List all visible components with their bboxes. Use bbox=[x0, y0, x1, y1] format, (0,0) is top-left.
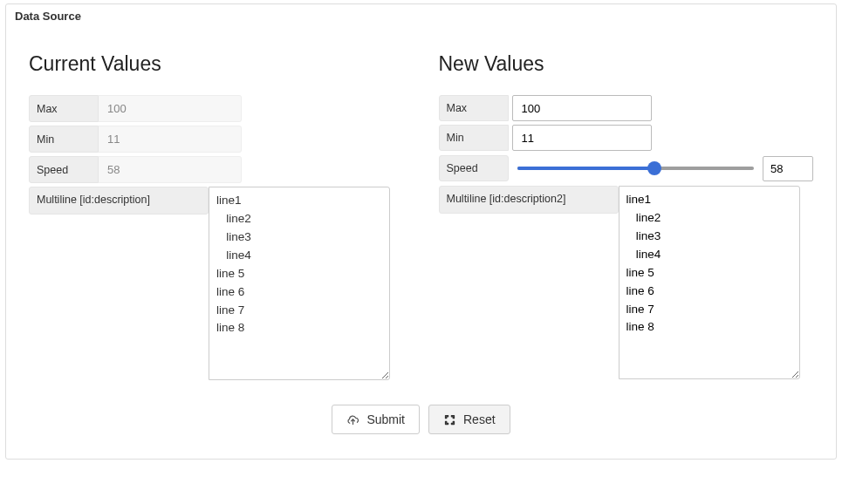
new-speed-value-input[interactable] bbox=[763, 156, 813, 181]
new-multiline-row: Multiline [id:description2] bbox=[439, 186, 814, 379]
current-multiline-textarea bbox=[209, 187, 390, 380]
new-speed-row: Speed bbox=[439, 154, 814, 182]
new-multiline-label: Multiline [id:description2] bbox=[439, 186, 619, 214]
new-multiline-textarea[interactable] bbox=[619, 186, 800, 379]
reset-button[interactable]: Reset bbox=[428, 405, 510, 434]
panel-title: Data Source bbox=[6, 4, 836, 31]
current-multiline-row: Multiline [id:description] bbox=[29, 187, 404, 380]
data-source-panel: Data Source Current Values Max 100 Min 1… bbox=[5, 3, 837, 460]
new-values-column: New Values Max Min Speed bbox=[439, 31, 814, 384]
new-speed-label: Speed bbox=[439, 155, 509, 181]
new-values-heading: New Values bbox=[439, 52, 814, 76]
slider-thumb[interactable] bbox=[647, 161, 661, 175]
new-max-label: Max bbox=[439, 95, 509, 121]
reset-button-label: Reset bbox=[463, 412, 496, 426]
current-min-row: Min 11 bbox=[29, 126, 404, 153]
current-min-value: 11 bbox=[99, 126, 242, 153]
upload-icon bbox=[346, 413, 359, 426]
current-max-label: Max bbox=[29, 95, 99, 122]
current-values-column: Current Values Max 100 Min 11 Speed 58 M… bbox=[29, 31, 404, 384]
current-speed-value: 58 bbox=[99, 156, 242, 183]
new-min-input[interactable] bbox=[512, 125, 652, 151]
new-min-row: Min bbox=[439, 125, 814, 151]
new-max-row: Max bbox=[439, 95, 814, 121]
current-multiline-label: Multiline [id:description] bbox=[29, 187, 209, 215]
new-min-label: Min bbox=[439, 125, 509, 151]
current-min-label: Min bbox=[29, 126, 99, 153]
submit-button[interactable]: Submit bbox=[332, 405, 420, 434]
new-speed-slider[interactable] bbox=[517, 154, 755, 182]
current-max-row: Max 100 bbox=[29, 95, 404, 122]
new-max-input[interactable] bbox=[512, 95, 652, 121]
reset-icon bbox=[443, 413, 456, 426]
button-row: Submit Reset bbox=[29, 405, 813, 434]
current-speed-row: Speed 58 bbox=[29, 156, 404, 183]
current-values-heading: Current Values bbox=[29, 52, 404, 76]
submit-button-label: Submit bbox=[366, 412, 405, 426]
current-speed-label: Speed bbox=[29, 156, 99, 183]
current-max-value: 100 bbox=[99, 95, 242, 122]
